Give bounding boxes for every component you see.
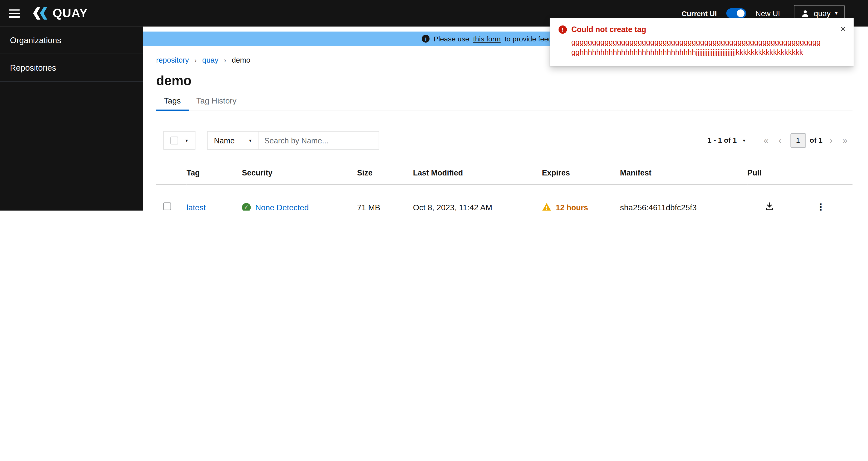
sidebar-item-label: Organizations bbox=[10, 35, 61, 45]
user-icon bbox=[801, 9, 809, 18]
filter-group: Name ▾ bbox=[207, 131, 379, 149]
page-count-label: of 1 bbox=[810, 136, 823, 144]
feedback-form-link[interactable]: this form bbox=[473, 35, 501, 43]
select-cell bbox=[156, 184, 187, 210]
actions-cell: ⋮ bbox=[814, 184, 852, 210]
quay-logo: QUAY bbox=[32, 6, 88, 21]
error-alert: ! Could not create tag ggggggggggggggggg… bbox=[550, 18, 854, 66]
filter-type-dropdown[interactable]: Name ▾ bbox=[207, 131, 259, 149]
security-report-link[interactable]: None Detected bbox=[255, 203, 309, 210]
sidebar-item-organizations[interactable]: Organizations bbox=[0, 27, 143, 54]
quay-logo-icon bbox=[32, 6, 49, 20]
column-header-size: Size bbox=[357, 162, 413, 184]
column-header-manifest: Manifest bbox=[620, 162, 747, 184]
table-row: latest ✓ None Detected 71 MB Oct 8, 2023… bbox=[156, 184, 852, 210]
switch-knob bbox=[737, 9, 744, 17]
first-page-button[interactable]: « bbox=[758, 136, 774, 145]
breadcrumb-current: demo bbox=[231, 56, 250, 64]
pagination-summary: 1 - 1 of 1 bbox=[708, 136, 737, 144]
column-header-security: Security bbox=[242, 162, 357, 184]
page-title: demo bbox=[156, 73, 852, 88]
search-input[interactable] bbox=[258, 131, 379, 149]
brand-name: QUAY bbox=[53, 6, 88, 21]
nav-toggle-button[interactable] bbox=[9, 9, 20, 18]
bulk-select-dropdown[interactable]: ▾ bbox=[163, 131, 195, 149]
tab-label: Tags bbox=[164, 96, 181, 105]
tab-label: Tag History bbox=[196, 96, 237, 105]
prev-page-button[interactable]: ‹ bbox=[774, 136, 786, 145]
select-all-checkbox[interactable] bbox=[170, 136, 178, 144]
column-header-pull: Pull bbox=[747, 162, 814, 184]
toolbar: ▾ Name ▾ 1 - 1 of 1 ▾ « ‹ bbox=[156, 131, 852, 149]
tab-tag-history[interactable]: Tag History bbox=[188, 96, 244, 110]
manifest-cell: sha256:4611dbfc25f3 bbox=[620, 184, 747, 210]
column-header-actions bbox=[814, 162, 852, 184]
pagination-nav: « ‹ 1 of 1 › » bbox=[758, 133, 852, 147]
alert-title: Could not create tag bbox=[571, 25, 646, 35]
hamburger-icon bbox=[9, 9, 20, 18]
breadcrumb-repository[interactable]: repository bbox=[156, 56, 189, 64]
sidebar-item-repositories[interactable]: Repositories bbox=[0, 54, 143, 82]
expires-link[interactable]: 12 hours bbox=[556, 203, 588, 210]
repository-page: repository › quay › demo demo Tags Tag H… bbox=[143, 56, 868, 210]
chevron-down-icon: ▾ bbox=[835, 10, 838, 16]
chevron-down-icon: ▾ bbox=[249, 138, 252, 143]
breadcrumb-separator-icon: › bbox=[224, 56, 226, 64]
new-ui-label: New UI bbox=[755, 9, 780, 18]
error-icon: ! bbox=[559, 26, 567, 34]
column-header-last-modified: Last Modified bbox=[413, 162, 542, 184]
sidebar: Organizations Repositories bbox=[0, 27, 143, 210]
filter-type-label: Name bbox=[214, 136, 235, 145]
success-check-icon: ✓ bbox=[242, 203, 251, 210]
column-header-tag: Tag bbox=[186, 162, 242, 184]
current-page-input[interactable]: 1 bbox=[790, 133, 806, 147]
tags-table: Tag Security Size Last Modified Expires … bbox=[156, 162, 852, 210]
column-header-expires: Expires bbox=[542, 162, 620, 184]
breadcrumb-quay[interactable]: quay bbox=[202, 56, 218, 64]
warning-icon bbox=[542, 203, 551, 210]
kebab-menu-button[interactable]: ⋮ bbox=[814, 199, 830, 210]
next-page-button[interactable]: › bbox=[825, 136, 838, 145]
tab-tags[interactable]: Tags bbox=[156, 96, 188, 110]
size-cell: 71 MB bbox=[357, 184, 413, 210]
tabs: Tags Tag History bbox=[156, 96, 852, 111]
pull-cell bbox=[747, 184, 814, 210]
pagination-top: 1 - 1 of 1 ▾ « ‹ 1 of 1 › » bbox=[708, 133, 852, 147]
chevron-down-icon: ▾ bbox=[743, 138, 745, 143]
close-icon[interactable]: × bbox=[839, 23, 847, 35]
chevron-down-icon: ▾ bbox=[185, 138, 188, 143]
download-icon[interactable] bbox=[747, 202, 774, 210]
quay-app: QUAY Current UI New UI quay ▾ Organizati… bbox=[0, 0, 868, 210]
last-modified-cell: Oct 8, 2023, 11:42 AM bbox=[413, 184, 542, 210]
sidebar-item-label: Repositories bbox=[10, 63, 56, 72]
breadcrumb-separator-icon: › bbox=[194, 56, 197, 64]
tag-cell: latest bbox=[186, 184, 242, 210]
ui-toggle-switch[interactable] bbox=[726, 8, 746, 18]
security-cell: ✓ None Detected bbox=[242, 184, 357, 210]
last-page-button[interactable]: » bbox=[838, 136, 852, 145]
tag-link[interactable]: latest bbox=[186, 203, 206, 210]
info-icon: i bbox=[422, 35, 430, 43]
username: quay bbox=[814, 9, 831, 18]
current-ui-label: Current UI bbox=[682, 9, 717, 18]
table-header-row: Tag Security Size Last Modified Expires … bbox=[156, 162, 852, 184]
banner-text: Please use bbox=[434, 35, 469, 43]
alert-message: gggggggggggggggggggggggggggggggggggggggg… bbox=[571, 37, 824, 58]
expires-cell: 12 hours bbox=[542, 184, 620, 210]
column-header-select bbox=[156, 162, 187, 184]
row-checkbox[interactable] bbox=[163, 202, 171, 210]
per-page-dropdown[interactable]: 1 - 1 of 1 ▾ bbox=[708, 136, 745, 144]
